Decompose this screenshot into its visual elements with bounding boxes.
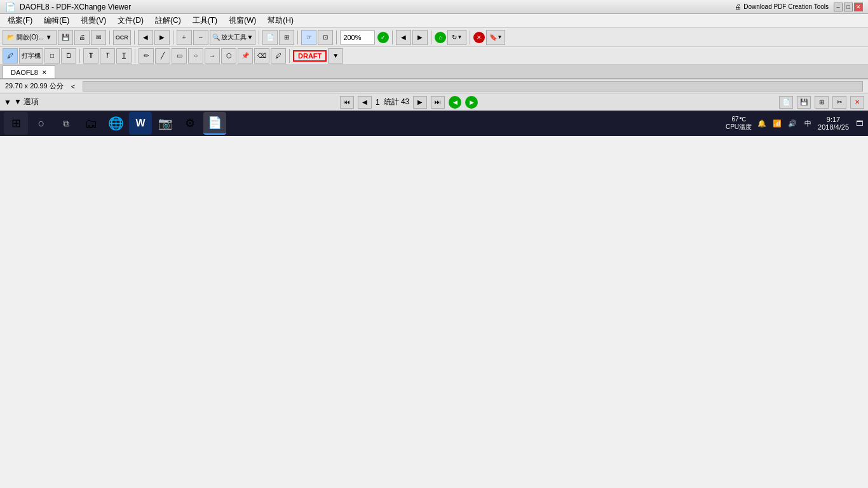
underline-btn[interactable]: T	[116, 48, 132, 64]
first-page-button[interactable]: ⏮	[340, 96, 354, 109]
text-select[interactable]: T	[83, 48, 98, 64]
search-button[interactable]: ○	[30, 112, 53, 135]
file-explorer-button[interactable]: 🗂	[79, 112, 102, 135]
annot-note[interactable]: 🗒	[61, 48, 76, 64]
ocr-button[interactable]: OCR	[113, 30, 131, 45]
cpu-temp-value: 67℃	[731, 116, 745, 123]
polygon-btn[interactable]: ⬡	[221, 48, 236, 64]
titlebar-controls[interactable]: – □ ✕	[834, 3, 863, 11]
clock[interactable]: 9:17 2018/4/25	[818, 116, 849, 131]
titlebar-title: DAOFL8 - PDF-XChange Viewer	[20, 3, 131, 11]
nav-green-1[interactable]: ◀	[449, 96, 461, 109]
line-btn[interactable]: ╱	[155, 48, 170, 64]
page-tool-btn2[interactable]: ⊞	[279, 30, 294, 45]
arrow-btn[interactable]: →	[205, 48, 220, 64]
zoom-tool-button[interactable]: 🔍 放大工具 ▼	[210, 30, 256, 45]
download-label: Download PDF Creation Tools	[743, 3, 829, 10]
volume-icon: 🔊	[788, 119, 797, 128]
email-button[interactable]: ✉	[91, 30, 106, 45]
text-italic[interactable]: T	[100, 48, 115, 64]
back-button[interactable]: ◀	[138, 30, 153, 45]
zoom-in-button[interactable]: +	[177, 30, 192, 45]
nav-icon-3[interactable]: ⊞	[815, 96, 829, 109]
tab-daofl8[interactable]: DAOFL8 ✕	[3, 65, 55, 78]
print-button[interactable]: 🖨	[74, 30, 90, 45]
total-pages: 統計 43	[384, 97, 410, 107]
nav-icon-2[interactable]: 💾	[797, 96, 811, 109]
pen-btn[interactable]: ✏	[139, 48, 154, 64]
prev-page-button[interactable]: ◀	[358, 96, 372, 109]
navbar: ▼ ▼ 選項 ⏮ ◀ 1 統計 43 ▶ ⏭ ◀ ▶ 📄 💾 ⊞ ✂ ✕	[0, 93, 868, 111]
volume-button[interactable]: 🔊	[787, 118, 797, 128]
date-display: 2018/4/25	[818, 123, 849, 131]
settings-button[interactable]: ⚙	[179, 112, 201, 135]
last-page-button[interactable]: ⏭	[431, 96, 445, 109]
open-button[interactable]: 📂 開啟(O)... ▼	[3, 30, 57, 45]
scrollbar-h[interactable]	[83, 81, 863, 92]
zoom-apply-button[interactable]: ✓	[377, 32, 389, 43]
page-tool-btn1[interactable]: 📄	[262, 30, 278, 45]
menu-edit[interactable]: 編輯(E)	[39, 14, 74, 27]
sep2	[134, 30, 135, 44]
typewriter-btn[interactable]: 打字機	[19, 48, 43, 64]
nav-next-page-btn[interactable]: ▶	[412, 30, 428, 45]
word-button[interactable]: W	[129, 112, 152, 135]
menu-view[interactable]: 視覺(V)	[76, 14, 111, 27]
tabbar: DAOFL8 ✕	[0, 65, 868, 79]
zoom-input[interactable]	[340, 30, 375, 44]
toolbar2: 🖊 打字機 □ 🗒 T T T ✏ ╱ ▭ ○ → ⬡ 📌 ⌫ 🖊 DRAFT …	[0, 47, 868, 65]
stamp-btn[interactable]: 📌	[238, 48, 253, 64]
zoom-out-button[interactable]: –	[193, 30, 208, 45]
menu-window[interactable]: 視窗(W)	[224, 14, 261, 27]
pdf-viewer-button[interactable]: 📄	[203, 112, 226, 135]
highlight-btn[interactable]: 🖊	[271, 48, 286, 64]
menu-comment[interactable]: 註解(C)	[150, 14, 186, 27]
pdf-taskbar-icon: 📄	[208, 116, 222, 130]
notification-button[interactable]: 🔔	[757, 118, 767, 128]
go-home-button[interactable]: ⌂	[435, 32, 446, 43]
action-center-button[interactable]: 🗔	[854, 118, 864, 128]
camera-button[interactable]: 📷	[154, 112, 177, 135]
select-tool-button[interactable]: ⊡	[318, 30, 333, 45]
menu-document[interactable]: 文件(D)	[112, 14, 149, 27]
pan-tool-button[interactable]: ☞	[301, 30, 316, 45]
stop-button[interactable]: ✕	[473, 32, 485, 43]
selection-area[interactable]: ▼ ▼ 選項	[4, 97, 39, 107]
minimize-button[interactable]: –	[834, 3, 843, 11]
nav-icon-5[interactable]: ✕	[850, 96, 864, 109]
menu-tools[interactable]: 工具(T)	[187, 14, 222, 27]
language-button[interactable]: 中	[803, 118, 813, 128]
bookmark-btn[interactable]: 🔖▼	[486, 30, 505, 45]
toolbar1: 📂 開啟(O)... ▼ 💾 🖨 ✉ OCR ◀ ▶ + – 🔍 放大工具 ▼ …	[0, 28, 868, 47]
open-label: 開啟(O)...	[17, 33, 44, 42]
task-view-button[interactable]: ⧉	[55, 112, 78, 135]
cpu-temp-label: CPU溫度	[726, 123, 752, 132]
download-area[interactable]: 🖨 Download PDF Creation Tools	[735, 3, 829, 10]
menu-help[interactable]: 幫助(H)	[262, 14, 299, 27]
annot-select[interactable]: 🖊	[3, 48, 18, 64]
close-button[interactable]: ✕	[854, 3, 863, 11]
selection-label: ▼ 選項	[14, 97, 39, 107]
start-button[interactable]: ⊞	[4, 112, 28, 135]
annot-box[interactable]: □	[44, 48, 60, 64]
draft-dropdown[interactable]: ▼	[328, 48, 343, 64]
browser-icon: 🌐	[108, 116, 124, 131]
play-button[interactable]: ▶	[413, 96, 427, 109]
refresh-button[interactable]: ↻▼	[447, 30, 466, 45]
browser-button[interactable]: 🌐	[104, 112, 127, 135]
maximize-button[interactable]: □	[844, 3, 853, 11]
eraser-btn[interactable]: ⌫	[254, 48, 269, 64]
network-button[interactable]: 📶	[772, 118, 782, 128]
nav-icon-1[interactable]: 📄	[779, 96, 793, 109]
nav-green-2[interactable]: ▶	[465, 96, 478, 109]
nav-prev-page-btn[interactable]: ◀	[396, 30, 411, 45]
forward-button[interactable]: ▶	[154, 30, 170, 45]
cpu-temp: 67℃ CPU溫度	[726, 116, 752, 132]
save-button[interactable]: 💾	[58, 30, 73, 45]
nav-icon-4[interactable]: ✂	[832, 96, 846, 109]
tab-close-button[interactable]: ✕	[42, 69, 47, 76]
menubar: 檔案(F) 編輯(E) 視覺(V) 文件(D) 註解(C) 工具(T) 視窗(W…	[0, 14, 868, 28]
menu-file[interactable]: 檔案(F)	[3, 14, 37, 27]
circle-btn[interactable]: ○	[188, 48, 203, 64]
rect-btn[interactable]: ▭	[172, 48, 187, 64]
